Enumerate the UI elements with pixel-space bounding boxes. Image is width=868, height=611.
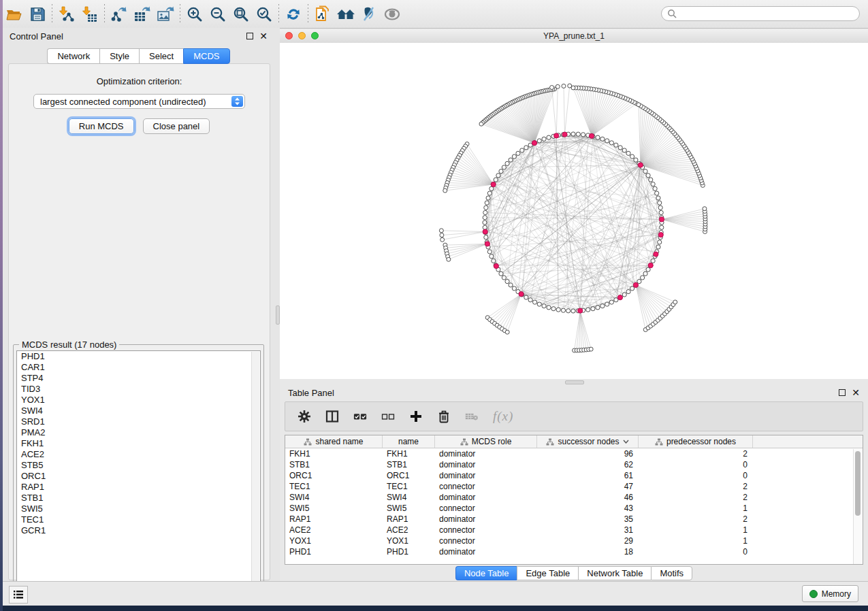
float-panel-icon[interactable] bbox=[839, 389, 846, 396]
mcds-result-item[interactable]: ACE2 bbox=[17, 449, 260, 460]
tab-motifs[interactable]: Motifs bbox=[651, 566, 692, 580]
mcds-result-item[interactable]: ORC1 bbox=[17, 471, 260, 482]
table-row[interactable]: STB1STB1dominator620 bbox=[285, 459, 863, 470]
table-row[interactable]: SWI5SWI5connector431 bbox=[285, 503, 863, 514]
table-row[interactable]: PHD1PHD1dominator180 bbox=[285, 546, 863, 557]
network-canvas[interactable] bbox=[280, 43, 868, 379]
close-panel-icon[interactable]: ✕ bbox=[852, 389, 860, 396]
table-scrollbar[interactable] bbox=[853, 449, 863, 564]
mcds-tab-content: Optimization criterion: largest connecte… bbox=[8, 63, 270, 580]
add-column-icon[interactable] bbox=[409, 410, 423, 423]
mcds-result-item[interactable]: SWI5 bbox=[17, 503, 260, 514]
tab-node-table[interactable]: Node Table bbox=[455, 566, 517, 580]
import-table-icon[interactable] bbox=[78, 4, 101, 24]
export-image-icon[interactable] bbox=[154, 4, 177, 24]
cell-name: TEC1 bbox=[383, 482, 435, 491]
column-header-MCDS-role[interactable]: MCDS role bbox=[435, 435, 537, 448]
search-input[interactable] bbox=[661, 6, 860, 21]
column-header-name[interactable]: name bbox=[383, 435, 435, 448]
tab-style[interactable]: Style bbox=[99, 48, 139, 64]
mcds-result-item[interactable]: YOX1 bbox=[17, 395, 260, 406]
mcds-result-item[interactable]: STP4 bbox=[17, 373, 260, 384]
table-row[interactable]: ORC1ORC1dominator610 bbox=[285, 470, 863, 481]
zoom-in-icon[interactable] bbox=[183, 4, 206, 24]
select-all-icon[interactable] bbox=[353, 410, 367, 423]
mcds-result-item[interactable]: RAP1 bbox=[17, 482, 260, 493]
horizontal-splitter[interactable] bbox=[280, 379, 868, 384]
table-row[interactable]: TEC1TEC1connector472 bbox=[285, 481, 863, 492]
mcds-result-item[interactable]: PMA2 bbox=[17, 427, 260, 438]
mcds-result-item[interactable]: TID3 bbox=[17, 384, 260, 395]
window-maximize-icon[interactable] bbox=[311, 32, 319, 39]
delete-table-icon[interactable] bbox=[465, 410, 479, 423]
hide-selection-icon[interactable] bbox=[357, 4, 381, 24]
mcds-result-item[interactable]: SWI4 bbox=[17, 406, 260, 416]
import-network-icon[interactable] bbox=[55, 4, 78, 24]
open-file-icon[interactable] bbox=[3, 4, 26, 24]
cell-predecessor-nodes: 2 bbox=[639, 514, 753, 524]
export-table-icon[interactable] bbox=[131, 4, 154, 24]
cell-MCDS-role: dominator bbox=[435, 547, 537, 557]
close-panel-icon[interactable]: ✕ bbox=[259, 33, 268, 39]
mcds-result-item[interactable]: GCR1 bbox=[17, 525, 260, 536]
table-row[interactable]: ACE2ACE2connector311 bbox=[285, 525, 863, 535]
deselect-all-icon[interactable] bbox=[381, 410, 395, 423]
function-builder-icon[interactable]: f(x) bbox=[493, 409, 513, 424]
show-all-icon[interactable] bbox=[381, 4, 404, 24]
save-session-icon[interactable] bbox=[26, 4, 49, 24]
optimization-criterion-select[interactable]: largest connected component (undirected) bbox=[33, 94, 245, 109]
mcds-result-item[interactable]: TEC1 bbox=[17, 514, 260, 525]
tree-column-icon bbox=[655, 438, 663, 446]
tab-select[interactable]: Select bbox=[139, 48, 183, 64]
cell-successor-nodes: 43 bbox=[537, 503, 639, 513]
table-row[interactable]: SWI4SWI4dominator462 bbox=[285, 492, 863, 503]
mcds-result-list[interactable]: PHD1CAR1STP4TID3YOX1SWI4SRD1PMA2FKH1ACE2… bbox=[16, 350, 261, 593]
cell-name: FKH1 bbox=[383, 449, 435, 459]
panel-menu-button[interactable] bbox=[9, 586, 28, 604]
result-list-scrollbar[interactable] bbox=[251, 352, 259, 592]
cell-shared-name: ACE2 bbox=[285, 525, 383, 535]
memory-button[interactable]: Memory bbox=[802, 585, 858, 602]
column-header-shared-name[interactable]: shared name bbox=[285, 435, 383, 448]
zoom-fit-icon[interactable] bbox=[229, 4, 253, 24]
table-panel-titlebar: Table Panel ✕ bbox=[280, 384, 868, 401]
network-window-titlebar[interactable]: YPA_prune.txt_1 bbox=[280, 29, 868, 44]
tab-network[interactable]: Network bbox=[47, 48, 99, 64]
cell-MCDS-role: connector bbox=[435, 536, 537, 546]
toolbar-separator bbox=[104, 4, 105, 24]
mcds-result-item[interactable]: STB5 bbox=[17, 460, 260, 471]
run-mcds-button[interactable]: Run MCDS bbox=[69, 118, 134, 134]
float-panel-icon[interactable] bbox=[246, 33, 253, 39]
new-network-from-selection-icon[interactable] bbox=[311, 4, 334, 24]
close-panel-button[interactable]: Close panel bbox=[143, 118, 210, 134]
column-header-successor-nodes[interactable]: successor nodes bbox=[537, 435, 639, 448]
refresh-icon[interactable] bbox=[282, 4, 305, 24]
mcds-result-item[interactable]: STB1 bbox=[17, 493, 260, 503]
cell-name: PHD1 bbox=[383, 547, 435, 557]
show-column-icon[interactable] bbox=[325, 410, 339, 423]
window-minimize-icon[interactable] bbox=[298, 32, 306, 39]
column-header-predecessor-nodes[interactable]: predecessor nodes bbox=[639, 435, 753, 448]
table-options-gear-icon[interactable] bbox=[298, 410, 311, 423]
mcds-result-item[interactable]: PHD1 bbox=[17, 351, 260, 362]
table-panel: Table Panel ✕ bbox=[280, 384, 868, 582]
tab-edge-table[interactable]: Edge Table bbox=[517, 566, 578, 580]
mcds-result-item[interactable]: CAR1 bbox=[17, 362, 260, 373]
mcds-result-item[interactable]: SRD1 bbox=[17, 416, 260, 427]
cell-shared-name: YOX1 bbox=[285, 536, 383, 546]
table-row[interactable]: YOX1YOX1connector291 bbox=[285, 535, 863, 546]
first-neighbors-icon[interactable] bbox=[334, 4, 357, 24]
export-network-icon[interactable] bbox=[108, 4, 131, 24]
delete-column-icon[interactable] bbox=[437, 410, 451, 423]
vertical-splitter[interactable] bbox=[274, 28, 280, 582]
tab-mcds[interactable]: MCDS bbox=[183, 48, 229, 64]
table-row[interactable]: FKH1FKH1dominator962 bbox=[285, 448, 863, 459]
network-view-window: YPA_prune.txt_1 bbox=[280, 29, 868, 379]
tab-network-table[interactable]: Network Table bbox=[578, 566, 651, 580]
zoom-selected-icon[interactable] bbox=[253, 4, 276, 24]
window-close-icon[interactable] bbox=[285, 32, 293, 39]
table-row[interactable]: RAP1RAP1dominator352 bbox=[285, 514, 863, 525]
scrollbar-thumb[interactable] bbox=[855, 451, 861, 516]
mcds-result-item[interactable]: FKH1 bbox=[17, 438, 260, 449]
zoom-out-icon[interactable] bbox=[206, 4, 229, 24]
